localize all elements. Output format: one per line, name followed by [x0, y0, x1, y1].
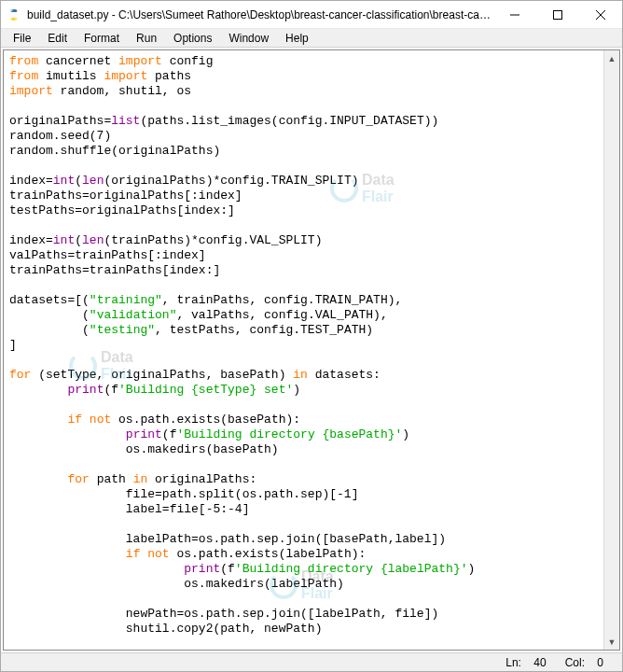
minimize-button[interactable] [493, 1, 536, 29]
menu-help[interactable]: Help [277, 31, 317, 46]
svg-point-1 [15, 19, 16, 20]
menu-window[interactable]: Window [220, 31, 277, 46]
scroll-up-icon[interactable]: ▲ [604, 50, 620, 66]
menu-edit[interactable]: Edit [39, 31, 76, 46]
maximize-button[interactable] [536, 1, 579, 29]
menu-run[interactable]: Run [128, 31, 165, 46]
close-button[interactable] [579, 1, 622, 29]
code-editor[interactable]: from cancernet import config from imutil… [4, 50, 603, 650]
svg-point-0 [11, 9, 12, 10]
titlebar[interactable]: build_dataset.py - C:\Users\Sumeet Ratho… [1, 1, 622, 29]
vertical-scrollbar[interactable]: ▲ ▼ [603, 50, 619, 650]
status-column: Col: 0 [556, 656, 603, 669]
scroll-down-icon[interactable]: ▼ [604, 634, 620, 650]
app-icon [7, 7, 21, 22]
svg-rect-3 [554, 10, 562, 19]
window-title: build_dataset.py - C:\Users\Sumeet Ratho… [27, 8, 493, 21]
scroll-track[interactable] [604, 66, 619, 634]
status-line: Ln: 40 [496, 656, 546, 669]
statusbar: Ln: 40 Col: 0 [1, 652, 622, 671]
menu-format[interactable]: Format [76, 31, 128, 46]
menu-file[interactable]: File [5, 31, 39, 46]
menu-options[interactable]: Options [165, 31, 220, 46]
menubar: File Edit Format Run Options Window Help [1, 29, 622, 48]
